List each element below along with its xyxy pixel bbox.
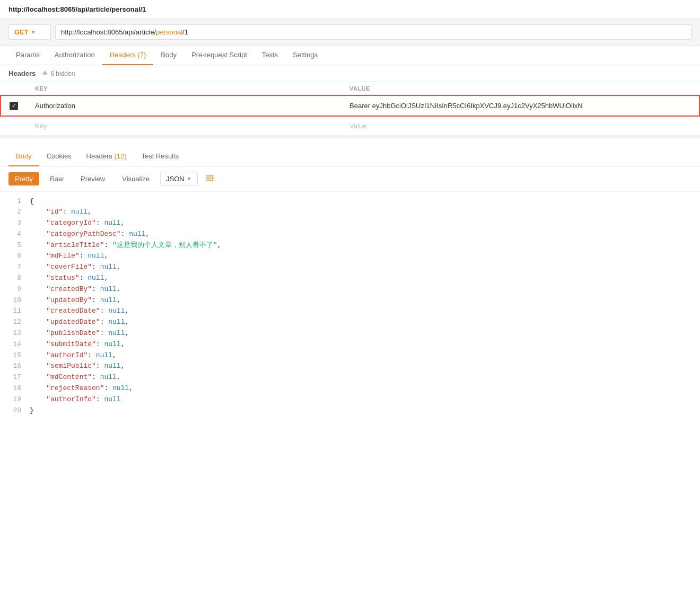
auth-value-text: Bearer eyJhbGciOiJSUzI1NiIsInR5cCI6IkpXV… xyxy=(349,102,583,110)
authorization-row: ✓ Authorization Bearer eyJhbGciOiJSUzI1N… xyxy=(1,95,699,116)
format-bar: Pretty Raw Preview Visualize JSON ▼ xyxy=(0,166,700,192)
code-line-15: 15 "authorId": null, xyxy=(0,350,700,361)
code-line-3: 3 "categoryId": null, xyxy=(0,218,700,229)
headers-table: KEY VALUE ✓ Authorization Bearer eyJhbGc… xyxy=(0,82,700,135)
checkbox-col-header xyxy=(1,82,27,95)
code-line-16: 16 "semiPublic": null, xyxy=(0,361,700,372)
json-response-body: 1 { 2 "id": null, 3 "categoryId": null, … xyxy=(0,192,700,421)
empty-value-cell[interactable]: Value xyxy=(341,116,699,135)
code-line-12: 12 "updatedDate": null, xyxy=(0,317,700,328)
code-line-20: 20 } xyxy=(0,405,700,417)
code-line-7: 7 "coverFile": null, xyxy=(0,262,700,273)
code-line-19: 19 "authorInfo": null xyxy=(0,394,700,405)
wrap-icon[interactable] xyxy=(202,171,217,187)
eye-icon: 👁 xyxy=(42,70,48,77)
chevron-down-icon: ▼ xyxy=(31,29,36,35)
format-json-select[interactable]: JSON ▼ xyxy=(160,172,198,186)
json-label: JSON xyxy=(166,175,185,183)
response-tab-body[interactable]: Body xyxy=(8,147,39,166)
tab-headers[interactable]: Headers (7) xyxy=(102,46,154,65)
tab-prerequest[interactable]: Pre-request Script xyxy=(184,46,255,65)
url-prefix: http://localhost:8065/api/article/ xyxy=(61,28,156,36)
code-line-9: 9 "createdBy": null, xyxy=(0,284,700,295)
response-tab-cookies[interactable]: Cookies xyxy=(39,147,79,166)
response-tabs: Body Cookies Headers (12) Test Results xyxy=(0,147,700,166)
headers-label: Headers xyxy=(8,69,36,77)
auth-key-cell[interactable]: Authorization xyxy=(27,95,341,116)
format-visualize-button[interactable]: Visualize xyxy=(116,172,156,185)
hidden-badge: 👁 6 hidden xyxy=(42,70,75,77)
headers-meta: Headers 👁 6 hidden xyxy=(0,65,700,82)
key-col-header: KEY xyxy=(27,82,341,95)
method-select[interactable]: GET ▼ xyxy=(8,24,51,40)
code-line-1: 1 { xyxy=(0,196,700,207)
hidden-count: 6 hidden xyxy=(50,70,75,77)
response-section: Body Cookies Headers (12) Test Results P… xyxy=(0,147,700,421)
code-line-6: 6 "mdFile": null, xyxy=(0,251,700,262)
code-line-4: 4 "categoryPathDesc": null, xyxy=(0,229,700,240)
empty-key-placeholder: Key xyxy=(35,122,47,130)
code-line-18: 18 "rejectReason": null, xyxy=(0,383,700,394)
code-line-10: 10 "updatedBy": null, xyxy=(0,295,700,306)
tab-params[interactable]: Params xyxy=(8,46,47,65)
response-tab-test-results[interactable]: Test Results xyxy=(134,147,187,166)
checkbox-cell[interactable]: ✓ xyxy=(1,95,27,116)
request-tabs: Params Authorization Headers (7) Body Pr… xyxy=(0,46,700,65)
value-col-header: VALUE xyxy=(341,82,699,95)
format-raw-button[interactable]: Raw xyxy=(43,172,70,185)
format-preview-button[interactable]: Preview xyxy=(74,172,111,185)
code-line-17: 17 "mdContent": null, xyxy=(0,372,700,383)
url-suffix: /1 xyxy=(182,28,188,36)
code-line-13: 13 "publishDate": null, xyxy=(0,328,700,339)
url-highlight: personal xyxy=(156,28,182,36)
tab-authorization[interactable]: Authorization xyxy=(47,46,102,65)
code-line-2: 2 "id": null, xyxy=(0,207,700,218)
top-bar: http://localhost:8065/api/article/person… xyxy=(0,0,700,19)
auth-value-cell[interactable]: Bearer eyJhbGciOiJSUzI1NiIsInR5cCI6IkpXV… xyxy=(341,95,699,116)
response-tab-headers[interactable]: Headers (12) xyxy=(79,147,134,166)
tab-body[interactable]: Body xyxy=(153,46,184,65)
tab-tests[interactable]: Tests xyxy=(255,46,285,65)
format-pretty-button[interactable]: Pretty xyxy=(8,172,39,185)
section-divider xyxy=(0,135,700,138)
code-line-5: 5 "articleTitle": "这是我的个人文章，别人看不了", xyxy=(0,240,700,251)
code-line-11: 11 "createdDate": null, xyxy=(0,306,700,317)
auth-key-label: Authorization xyxy=(35,102,75,110)
checkbox-checked[interactable]: ✓ xyxy=(10,102,18,110)
request-bar: GET ▼ http://localhost:8065/api/article/… xyxy=(0,19,700,46)
code-line-14: 14 "submitDate": null, xyxy=(0,339,700,350)
empty-row: Key Value xyxy=(1,116,699,135)
url-input[interactable]: http://localhost:8065/api/article/person… xyxy=(55,24,692,40)
code-line-8: 8 "status": null, xyxy=(0,273,700,284)
page-url: http://localhost:8065/api/article/person… xyxy=(8,5,146,13)
method-label: GET xyxy=(14,28,29,36)
chevron-down-icon: ▼ xyxy=(187,176,192,182)
empty-value-placeholder: Value xyxy=(349,122,366,130)
empty-key-cell[interactable]: Key xyxy=(27,116,341,135)
tab-settings[interactable]: Settings xyxy=(285,46,325,65)
